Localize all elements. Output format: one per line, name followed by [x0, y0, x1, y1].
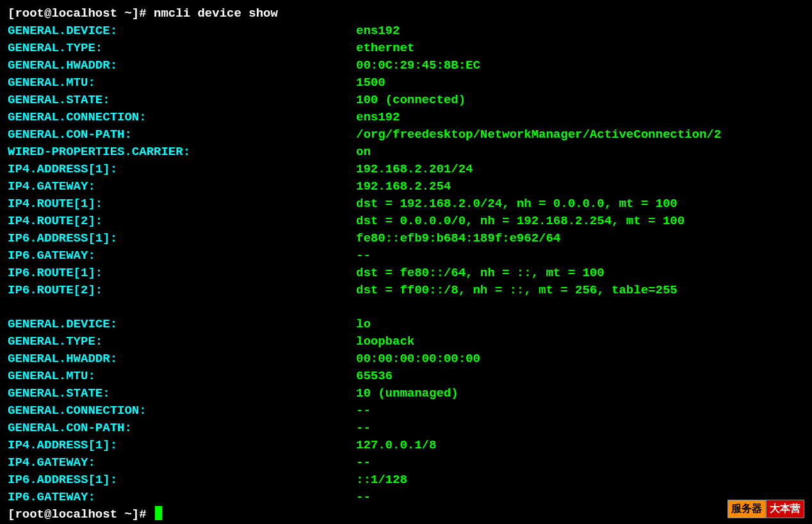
prop-key: GENERAL.STATE:	[8, 385, 356, 402]
prop-val: /org/freedesktop/NetworkManager/ActiveCo…	[356, 126, 721, 143]
cursor-block	[155, 506, 162, 520]
watermark-left: 服务器	[727, 500, 766, 518]
output-row: IP4.ADDRESS[1]:127.0.0.1/8	[8, 437, 804, 454]
prop-val: 1500	[356, 74, 386, 92]
prop-val: ens192	[356, 109, 400, 126]
watermark: 服务器大本营	[727, 500, 804, 518]
output-row: GENERAL.DEVICE:ens192	[8, 22, 804, 40]
prop-key: IP6.ROUTE[1]:	[8, 265, 356, 282]
prop-key: IP4.ADDRESS[1]:	[8, 161, 356, 178]
prop-val: --	[356, 247, 371, 265]
prop-key: GENERAL.STATE:	[8, 92, 356, 109]
prop-key: GENERAL.TYPE:	[8, 40, 356, 57]
output-row: GENERAL.MTU:65536	[8, 368, 804, 385]
output-row: GENERAL.TYPE:loopback	[8, 333, 804, 350]
prop-val: --	[356, 420, 371, 437]
prop-val: fe80::efb9:b684:189f:e962/64	[356, 230, 560, 247]
prop-val: loopback	[356, 333, 414, 350]
prop-key: IP6.GATEWAY:	[8, 489, 356, 506]
output-row: WIRED-PROPERTIES.CARRIER:on	[8, 143, 804, 161]
prop-key: GENERAL.DEVICE:	[8, 316, 356, 333]
prop-key: IP6.ADDRESS[1]:	[8, 471, 356, 489]
blank-line	[8, 299, 804, 316]
prop-key: WIRED-PROPERTIES.CARRIER:	[8, 143, 356, 161]
prop-val: --	[356, 402, 371, 420]
output-row: GENERAL.STATE:100 (connected)	[8, 92, 804, 109]
output-row: IP6.ROUTE[1]:dst = fe80::/64, nh = ::, m…	[8, 265, 804, 282]
prop-key: GENERAL.MTU:	[8, 368, 356, 385]
command-text: nmcli device show	[154, 5, 278, 22]
prompt-prefix: [root@localhost ~]#	[8, 506, 154, 523]
output-row: GENERAL.HWADDR:00:0C:29:45:8B:EC	[8, 57, 804, 74]
output-row: GENERAL.HWADDR:00:00:00:00:00:00	[8, 350, 804, 368]
watermark-right: 大本营	[766, 500, 804, 518]
prop-val: 00:0C:29:45:8B:EC	[356, 57, 480, 74]
prop-key: GENERAL.DEVICE:	[8, 22, 356, 40]
prop-key: IP4.ADDRESS[1]:	[8, 437, 356, 454]
prop-val: ::1/128	[356, 471, 407, 489]
output-row: GENERAL.MTU:1500	[8, 74, 804, 92]
prop-key: GENERAL.CON-PATH:	[8, 420, 356, 437]
output-row: IP4.GATEWAY:--	[8, 454, 804, 471]
output-row: IP6.ADDRESS[1]:fe80::efb9:b684:189f:e962…	[8, 230, 804, 247]
prop-val: lo	[356, 316, 371, 333]
prop-val: 192.168.2.254	[356, 178, 451, 195]
output-row: GENERAL.TYPE:ethernet	[8, 40, 804, 57]
prop-val: 65536	[356, 368, 393, 385]
prop-val: 00:00:00:00:00:00	[356, 350, 480, 368]
output-row: IP4.ROUTE[1]:dst = 192.168.2.0/24, nh = …	[8, 195, 804, 213]
prop-key: GENERAL.TYPE:	[8, 333, 356, 350]
prop-val: dst = fe80::/64, nh = ::, mt = 100	[356, 265, 605, 282]
output-row: GENERAL.CONNECTION:--	[8, 402, 804, 420]
prop-val: on	[356, 143, 371, 161]
output-row: IP6.GATEWAY:--	[8, 489, 804, 506]
output-row: IP6.ADDRESS[1]:::1/128	[8, 471, 804, 489]
prop-val: 100 (connected)	[356, 92, 466, 109]
output-row: GENERAL.CON-PATH:/org/freedesktop/Networ…	[8, 126, 804, 143]
output-row: IP4.ROUTE[2]:dst = 0.0.0.0/0, nh = 192.1…	[8, 213, 804, 230]
prop-key: IP4.ROUTE[1]:	[8, 195, 356, 213]
prompt-prefix: [root@localhost ~]#	[8, 5, 154, 22]
output-row: GENERAL.CON-PATH:--	[8, 420, 804, 437]
prop-val: dst = 192.168.2.0/24, nh = 0.0.0.0, mt =…	[356, 195, 678, 213]
prop-key: IP6.ROUTE[2]:	[8, 282, 356, 299]
prop-val: dst = 0.0.0.0/0, nh = 192.168.2.254, mt …	[356, 213, 685, 230]
prop-val: --	[356, 489, 371, 506]
prop-val: 192.168.2.201/24	[356, 161, 473, 178]
prop-val: ens192	[356, 22, 400, 40]
prop-val: 127.0.0.1/8	[356, 437, 436, 454]
output-row: IP4.ADDRESS[1]:192.168.2.201/24	[8, 161, 804, 178]
prop-val: 10 (unmanaged)	[356, 385, 459, 402]
prop-key: IP6.GATEWAY:	[8, 247, 356, 265]
prop-key: IP4.GATEWAY:	[8, 178, 356, 195]
prop-key: IP6.ADDRESS[1]:	[8, 230, 356, 247]
prop-val: ethernet	[356, 40, 414, 57]
prop-key: GENERAL.CONNECTION:	[8, 402, 356, 420]
output-row: IP4.GATEWAY:192.168.2.254	[8, 178, 804, 195]
prop-key: GENERAL.HWADDR:	[8, 350, 356, 368]
output-row: IP6.GATEWAY:--	[8, 247, 804, 265]
output-row: GENERAL.STATE:10 (unmanaged)	[8, 385, 804, 402]
prompt-line[interactable]: [root@localhost ~]# nmcli device show	[8, 5, 804, 22]
prop-key: GENERAL.CONNECTION:	[8, 109, 356, 126]
output-row: GENERAL.DEVICE:lo	[8, 316, 804, 333]
output-row: GENERAL.CONNECTION:ens192	[8, 109, 804, 126]
prop-key: IP4.ROUTE[2]:	[8, 213, 356, 230]
prompt-line[interactable]: [root@localhost ~]#	[8, 506, 804, 523]
prop-val: dst = ff00::/8, nh = ::, mt = 256, table…	[356, 282, 678, 299]
prop-key: IP4.GATEWAY:	[8, 454, 356, 471]
prop-key: GENERAL.HWADDR:	[8, 57, 356, 74]
output-row: IP6.ROUTE[2]:dst = ff00::/8, nh = ::, mt…	[8, 282, 804, 299]
prop-key: GENERAL.MTU:	[8, 74, 356, 92]
prop-val: --	[356, 454, 371, 471]
prop-key: GENERAL.CON-PATH:	[8, 126, 356, 143]
